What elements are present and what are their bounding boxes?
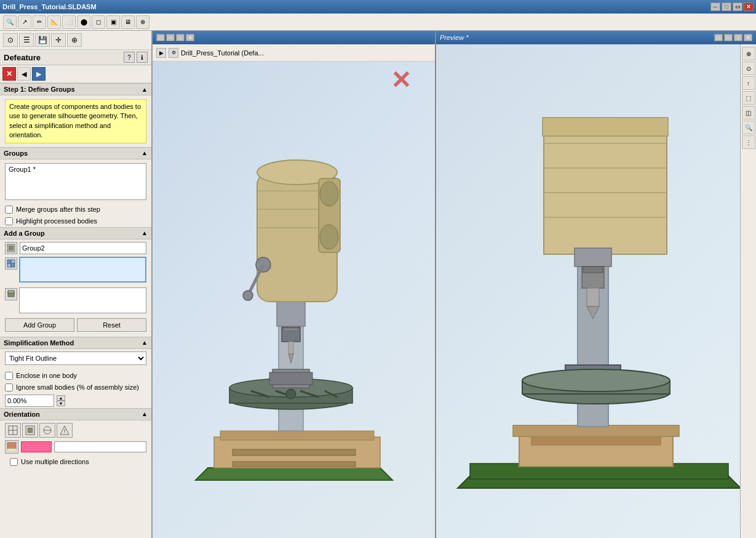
multiple-directions-label: Use multiple directions	[21, 458, 89, 465]
preview-title: Preview *	[440, 34, 468, 41]
simp-method-select[interactable]: Tight Fit Outline Bounding Box Convex Hu…	[5, 351, 146, 365]
enclose-checkbox[interactable]	[5, 372, 13, 380]
svg-rect-18	[7, 449, 16, 451]
add-group-selection-row	[5, 257, 146, 285]
svg-rect-34	[269, 372, 312, 385]
svg-rect-1	[9, 246, 14, 251]
rp-btn-1[interactable]: □	[714, 34, 723, 41]
groups-section-header[interactable]: Groups ▲	[0, 147, 151, 159]
orient-btn-1[interactable]	[5, 423, 21, 438]
rs-btn-2[interactable]: ⊙	[742, 62, 755, 75]
vp-btn-2[interactable]: ─	[166, 34, 175, 41]
panel-view-btn-4[interactable]: ✛	[51, 33, 66, 47]
info-button[interactable]: ℹ	[137, 52, 148, 63]
toolbar-btn-10[interactable]: ⊕	[136, 15, 149, 29]
panel-header-buttons: ? ℹ	[124, 52, 148, 63]
svg-rect-67	[575, 248, 611, 267]
panel-view-btn-3[interactable]: 💾	[35, 33, 50, 47]
toolbar-btn-7[interactable]: ◻	[92, 15, 105, 29]
add-group-button[interactable]: Add Group	[5, 318, 74, 332]
toolbar-btn-8[interactable]: ▣	[106, 15, 120, 29]
right-viewport: Preview * □ ─ ↕ ✕	[436, 31, 756, 538]
toolbar-btn-9[interactable]: 🖥	[121, 15, 135, 29]
ignore-checkbox[interactable]	[5, 383, 13, 391]
panel-nav-row: ✕ ◀ ▶	[0, 65, 151, 83]
rs-btn-1[interactable]: ⊕	[742, 47, 755, 60]
toolbar-btn-2[interactable]: ↗	[18, 15, 31, 29]
left-viewport-title-btns-left: □ ─ ↕ ✕	[156, 34, 194, 41]
orientation-section-header[interactable]: Orientation ▲	[0, 408, 151, 420]
second-selection-icon	[5, 288, 17, 300]
rs-btn-4[interactable]: ⬚	[742, 91, 755, 105]
pct-up-btn[interactable]: ▲	[57, 395, 65, 401]
color-text-input[interactable]	[54, 441, 146, 452]
svg-rect-7	[8, 291, 14, 293]
close-button[interactable]: ✕	[744, 2, 754, 11]
feature-tree-row: ▶ ⚙ Drill_Press_Tutorial (Defa...	[153, 44, 435, 62]
groups-list-box[interactable]: Group1 *	[5, 163, 146, 200]
enclose-checkbox-row: Enclose in one body	[0, 370, 151, 382]
forward-button[interactable]: ▶	[32, 67, 46, 81]
vp-btn-4[interactable]: ✕	[186, 34, 194, 41]
panel-view-btn-5[interactable]: ⊕	[67, 33, 82, 47]
pct-row: ▲ ▼	[0, 393, 151, 408]
restore-button[interactable]: ▭	[733, 2, 742, 11]
rs-btn-5[interactable]: ◫	[742, 106, 755, 119]
toolbar-btn-1[interactable]: 🔍	[3, 15, 17, 29]
panel-view-btn-1[interactable]: ⊙	[3, 33, 18, 47]
right-3d-model	[436, 44, 756, 538]
svg-rect-69	[583, 267, 603, 273]
svg-point-60	[522, 369, 670, 391]
group-name-input[interactable]	[20, 242, 146, 254]
svg-marker-19	[196, 468, 392, 480]
main-toolbar: 🔍 ↗ ✏ 📐 ⬜ ⬤ ◻ ▣ 🖥 ⊕	[0, 14, 756, 31]
orient-btn-4[interactable]	[57, 423, 73, 438]
vp-btn-3[interactable]: ↕	[176, 34, 185, 41]
vp-btn-1[interactable]: □	[156, 34, 165, 41]
toolbar-btn-4[interactable]: 📐	[47, 15, 61, 29]
step1-header[interactable]: Step 1: Define Groups ▲	[0, 83, 151, 95]
simp-section-header[interactable]: Simplification Method ▲	[0, 337, 151, 349]
add-group-section-header[interactable]: Add a Group ▲	[0, 227, 151, 239]
rs-btn-3[interactable]: ↑	[742, 76, 755, 90]
cancel-button[interactable]: ✕	[2, 67, 16, 81]
back-button[interactable]: ◀	[17, 67, 31, 81]
left-3d-model	[153, 65, 435, 538]
group-item-1[interactable]: Group1 *	[7, 165, 145, 174]
svg-rect-5	[11, 263, 15, 267]
reset-button[interactable]: Reset	[77, 318, 146, 332]
merge-checkbox[interactable]	[5, 206, 13, 214]
pct-down-btn[interactable]: ▼	[57, 401, 65, 406]
rp-btn-3[interactable]: ↕	[734, 34, 742, 41]
toolbar-btn-3[interactable]: ✏	[33, 15, 46, 29]
group-bodies-box[interactable]	[19, 287, 146, 313]
tree-expand-icon[interactable]: ▶	[156, 48, 166, 58]
orient-btn-2[interactable]	[22, 423, 38, 438]
svg-point-51	[243, 291, 253, 300]
panel-view-btn-2[interactable]: ☰	[19, 33, 34, 47]
multiple-directions-checkbox[interactable]	[10, 458, 18, 466]
rs-btn-7[interactable]: ⋮	[742, 135, 755, 149]
simp-content: Tight Fit Outline Bounding Box Convex Hu…	[0, 349, 151, 370]
svg-rect-4	[7, 263, 11, 267]
merge-checkbox-row: Merge groups after this step	[0, 204, 151, 215]
maximize-button[interactable]: □	[722, 2, 731, 11]
pct-spinner: ▲ ▼	[57, 395, 65, 406]
toolbar-btn-6[interactable]: ⬤	[77, 15, 90, 29]
panel-icon-toolbar: ⊙ ☰ 💾 ✛ ⊕	[0, 31, 151, 50]
rp-btn-2[interactable]: ─	[724, 34, 733, 41]
svg-rect-70	[587, 288, 599, 307]
rp-btn-4[interactable]: ✕	[744, 34, 752, 41]
minimize-button[interactable]: ─	[710, 2, 720, 11]
rs-btn-6[interactable]: 🔍	[742, 121, 755, 134]
svg-rect-22	[233, 449, 356, 456]
help-button[interactable]: ?	[124, 52, 135, 63]
highlight-checkbox[interactable]	[5, 217, 13, 225]
toolbar-btn-5[interactable]: ⬜	[62, 15, 76, 29]
highlight-checkbox-row: Highlight processed bodies	[0, 215, 151, 227]
orient-btn-3[interactable]	[39, 423, 55, 438]
multiple-directions-row: Use multiple directions	[5, 456, 146, 468]
group-components-box[interactable]	[19, 257, 146, 283]
color-swatch[interactable]	[21, 441, 52, 452]
pct-input[interactable]	[5, 395, 54, 407]
